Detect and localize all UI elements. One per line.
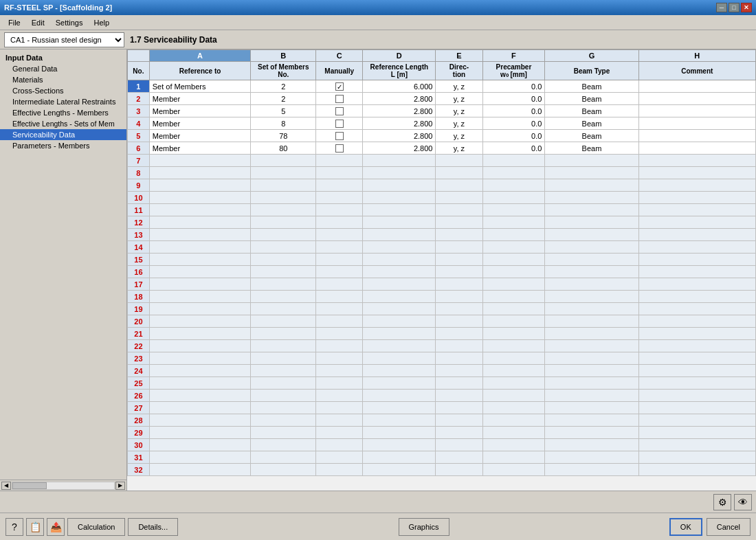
menu-help[interactable]: Help: [88, 17, 115, 28]
table-row-empty[interactable]: 12: [128, 216, 756, 229]
cell-ref-length-empty[interactable]: [363, 179, 436, 192]
cell-set-no-empty[interactable]: [251, 241, 316, 254]
cell-ref-length-empty[interactable]: [363, 451, 436, 464]
cell-beam-type-empty[interactable]: [545, 167, 638, 179]
cell-precamber-empty[interactable]: [482, 179, 545, 192]
cell-comment[interactable]: [638, 117, 755, 130]
maximize-button[interactable]: □: [729, 3, 740, 12]
cell-beam-type-empty[interactable]: [545, 464, 638, 476]
cell-direction-empty[interactable]: [436, 179, 482, 192]
cell-beam-type[interactable]: Beam: [545, 93, 638, 105]
menu-file[interactable]: File: [3, 17, 26, 28]
cell-ref-empty[interactable]: [149, 365, 251, 377]
cell-precamber-empty[interactable]: [482, 352, 545, 365]
cell-direction-empty[interactable]: [436, 377, 482, 390]
cell-set-no-empty[interactable]: [251, 352, 316, 365]
cell-set-no-empty[interactable]: [251, 204, 316, 216]
scroll-right-btn[interactable]: ▶: [115, 482, 125, 490]
table-row-empty[interactable]: 10: [128, 192, 756, 204]
cell-comment-empty[interactable]: [638, 266, 755, 278]
help-icon-btn[interactable]: ?: [5, 518, 23, 536]
cell-direction-empty[interactable]: [436, 352, 482, 365]
cell-manually-empty[interactable]: [316, 254, 363, 266]
cell-ref-length-empty[interactable]: [363, 427, 436, 439]
cell-ref-length-empty[interactable]: [363, 365, 436, 377]
cell-comment[interactable]: [638, 93, 755, 105]
cell-beam-type-empty[interactable]: [545, 377, 638, 390]
cell-ref-length[interactable]: 2.800: [363, 117, 436, 130]
cell-beam-type-empty[interactable]: [545, 278, 638, 291]
cell-ref-length[interactable]: 2.800: [363, 142, 436, 155]
cell-beam-type-empty[interactable]: [545, 254, 638, 266]
cell-direction-empty[interactable]: [436, 303, 482, 315]
cell-beam-type-empty[interactable]: [545, 155, 638, 167]
cell-ref-empty[interactable]: [149, 241, 251, 254]
cell-set-no[interactable]: 5: [251, 105, 316, 117]
table-row[interactable]: 4 Member 8 2.800 y, z 0.0 Beam: [128, 117, 756, 130]
cell-ref[interactable]: Member: [149, 130, 251, 142]
sidebar-item-parameters-members[interactable]: Parameters - Members: [0, 140, 126, 151]
cell-manually-empty[interactable]: [316, 414, 363, 427]
cell-set-no-empty[interactable]: [251, 254, 316, 266]
cell-ref[interactable]: Member: [149, 93, 251, 105]
cell-precamber-empty[interactable]: [482, 229, 545, 241]
cell-beam-type-empty[interactable]: [545, 192, 638, 204]
cell-comment-empty[interactable]: [638, 204, 755, 216]
cell-direction-empty[interactable]: [436, 451, 482, 464]
cell-manually-empty[interactable]: [316, 155, 363, 167]
cell-beam-type[interactable]: Beam: [545, 142, 638, 155]
cell-precamber-empty[interactable]: [482, 464, 545, 476]
cell-ref[interactable]: Member: [149, 117, 251, 130]
cell-comment-empty[interactable]: [638, 254, 755, 266]
cell-ref-empty[interactable]: [149, 377, 251, 390]
cell-set-no-empty[interactable]: [251, 439, 316, 451]
table-row-empty[interactable]: 13: [128, 229, 756, 241]
cell-precamber-empty[interactable]: [482, 414, 545, 427]
cell-manually-empty[interactable]: [316, 365, 363, 377]
cell-ref-empty[interactable]: [149, 303, 251, 315]
cell-manually-empty[interactable]: [316, 464, 363, 476]
sidebar-item-intermediate-lateral[interactable]: Intermediate Lateral Restraints: [0, 96, 126, 107]
cell-beam-type-empty[interactable]: [545, 204, 638, 216]
cell-manually-empty[interactable]: [316, 229, 363, 241]
cell-direction-empty[interactable]: [436, 216, 482, 229]
table-row[interactable]: 5 Member 78 2.800 y, z 0.0 Beam: [128, 130, 756, 142]
cell-comment[interactable]: [638, 130, 755, 142]
cell-ref-length-empty[interactable]: [363, 192, 436, 204]
export-icon-btn[interactable]: 📤: [47, 518, 65, 536]
table-row-empty[interactable]: 23: [128, 352, 756, 365]
cell-beam-type-empty[interactable]: [545, 216, 638, 229]
cell-ref-empty[interactable]: [149, 340, 251, 352]
table-row-empty[interactable]: 16: [128, 266, 756, 278]
cell-manually-empty[interactable]: [316, 315, 363, 328]
table-row-empty[interactable]: 27: [128, 402, 756, 414]
cell-manually-empty[interactable]: [316, 390, 363, 402]
cell-set-no-empty[interactable]: [251, 303, 316, 315]
cell-comment-empty[interactable]: [638, 241, 755, 254]
cell-ref-length[interactable]: 2.800: [363, 93, 436, 105]
cell-precamber-empty[interactable]: [482, 155, 545, 167]
table-row-empty[interactable]: 9: [128, 179, 756, 192]
checkbox-manually[interactable]: [335, 95, 344, 103]
cell-comment-empty[interactable]: [638, 402, 755, 414]
cell-precamber[interactable]: 0.0: [482, 130, 545, 142]
cell-ref-empty[interactable]: [149, 390, 251, 402]
cell-ref-length-empty[interactable]: [363, 315, 436, 328]
cell-direction-empty[interactable]: [436, 390, 482, 402]
cell-precamber-empty[interactable]: [482, 340, 545, 352]
cell-set-no-empty[interactable]: [251, 167, 316, 179]
cell-precamber-empty[interactable]: [482, 328, 545, 340]
cell-direction[interactable]: y, z: [436, 105, 482, 117]
cell-comment-empty[interactable]: [638, 192, 755, 204]
design-standard-dropdown[interactable]: CA1 - Russian steel design: [4, 32, 124, 47]
cell-ref-empty[interactable]: [149, 266, 251, 278]
cell-direction-empty[interactable]: [436, 278, 482, 291]
cell-direction-empty[interactable]: [436, 229, 482, 241]
cell-set-no-empty[interactable]: [251, 377, 316, 390]
scroll-left-btn[interactable]: ◀: [1, 482, 11, 490]
cell-direction-empty[interactable]: [436, 464, 482, 476]
cell-set-no-empty[interactable]: [251, 328, 316, 340]
cell-ref-empty[interactable]: [149, 352, 251, 365]
close-button[interactable]: ✕: [741, 3, 752, 12]
cell-ref-empty[interactable]: [149, 464, 251, 476]
